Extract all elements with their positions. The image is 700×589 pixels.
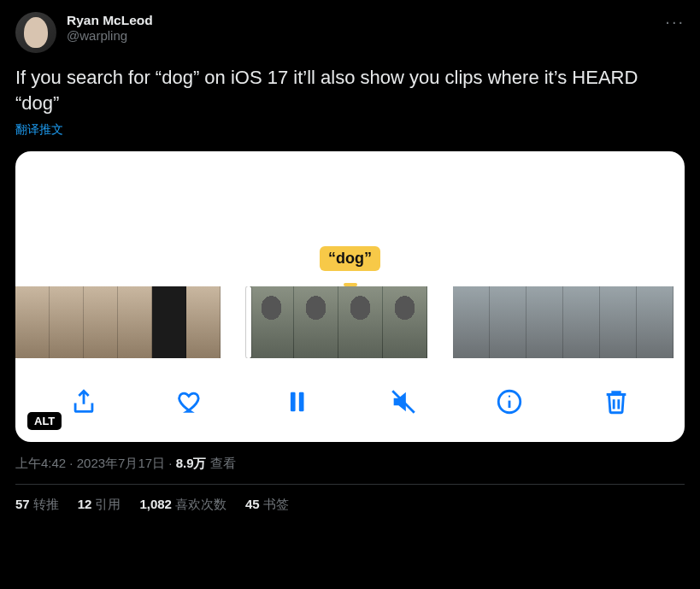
- stat-retweets[interactable]: 57转推: [15, 497, 59, 513]
- tweet: Ryan McLeod @warpling ··· If you search …: [0, 0, 700, 525]
- share-icon[interactable]: [67, 385, 101, 419]
- tweet-time[interactable]: 上午4:42: [15, 456, 66, 470]
- pause-icon[interactable]: [279, 385, 314, 419]
- more-icon[interactable]: ···: [665, 12, 685, 32]
- clip-thumbnails-1[interactable]: [15, 286, 221, 358]
- svg-point-5: [509, 396, 510, 398]
- tweet-body: If you search for “dog” on iOS 17 it’ll …: [15, 65, 685, 115]
- stat-bookmarks[interactable]: 45书签: [245, 497, 289, 513]
- caption-row: “dog”: [15, 237, 685, 271]
- alt-badge[interactable]: ALT: [27, 412, 62, 430]
- views-label: 查看: [207, 456, 236, 470]
- tweet-stats: 57转推 12引用 1,082喜欢次数 45书签: [15, 497, 685, 513]
- svg-rect-1: [299, 392, 304, 412]
- tweet-date[interactable]: 2023年7月17日: [77, 456, 165, 470]
- video-timeline[interactable]: [15, 286, 685, 358]
- media-top-spacer: [15, 151, 685, 237]
- translate-link[interactable]: 翻译推文: [15, 122, 63, 138]
- tweet-header: Ryan McLeod @warpling ···: [15, 12, 685, 53]
- divider: [15, 484, 685, 485]
- clip-thumbnails-3[interactable]: [453, 286, 674, 358]
- stat-quotes[interactable]: 12引用: [78, 497, 121, 513]
- trash-icon[interactable]: [599, 385, 633, 419]
- caption-tick: [344, 283, 357, 286]
- tweet-media[interactable]: “dog”: [15, 151, 685, 442]
- tweet-meta: 上午4:42 · 2023年7月17日 · 8.9万 查看: [15, 456, 685, 472]
- stat-likes[interactable]: 1,082喜欢次数: [139, 497, 226, 513]
- playhead[interactable]: [246, 286, 251, 358]
- mute-icon[interactable]: [386, 385, 421, 419]
- user-block[interactable]: Ryan McLeod @warpling: [67, 12, 153, 44]
- clip-thumbnails-2[interactable]: [246, 286, 427, 358]
- heart-icon[interactable]: [174, 385, 208, 419]
- user-handle: @warpling: [67, 28, 153, 44]
- display-name: Ryan McLeod: [67, 12, 153, 28]
- avatar[interactable]: [15, 12, 56, 53]
- media-toolbar: [15, 368, 685, 442]
- svg-rect-0: [291, 392, 296, 412]
- info-icon[interactable]: [492, 385, 526, 419]
- views-count: 8.9万: [176, 456, 207, 470]
- audio-caption-pill: “dog”: [320, 246, 380, 271]
